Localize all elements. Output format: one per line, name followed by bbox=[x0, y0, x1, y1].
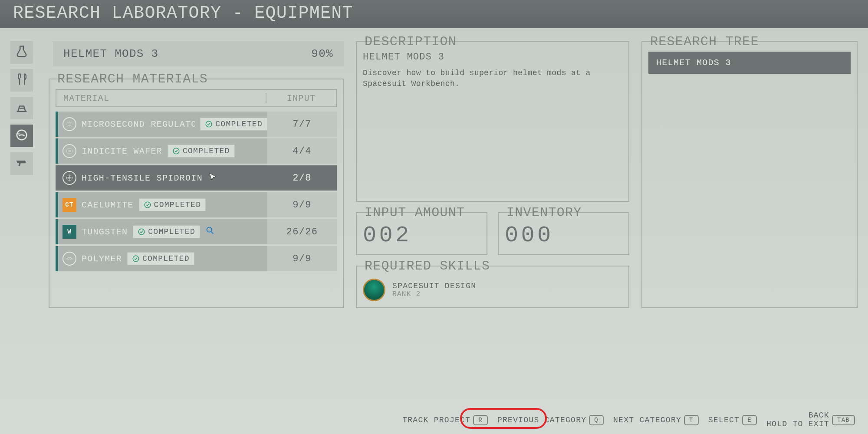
category-outpost-button[interactable] bbox=[10, 97, 33, 119]
input-amount-panel: INPUT AMOUNT 002 bbox=[356, 212, 487, 255]
material-row-selected[interactable]: HIGH-TENSILE SPIDROIN 2/8 bbox=[56, 165, 337, 191]
material-row[interactable]: POLYMER COMPLETED 9/9 bbox=[56, 246, 337, 271]
spacesuit-design-skill-icon bbox=[363, 279, 385, 301]
project-progress: 90% bbox=[311, 47, 333, 60]
completed-badge: COMPLETED bbox=[127, 252, 194, 265]
material-name: CAELUMITE bbox=[82, 200, 134, 210]
materials-col-input: INPUT bbox=[266, 93, 336, 103]
regulator-icon bbox=[62, 117, 76, 131]
materials-legend: RESEARCH MATERIALS bbox=[54, 72, 211, 86]
research-tree-item[interactable]: HELMET MODS 3 bbox=[648, 52, 851, 74]
flask-icon bbox=[15, 45, 28, 60]
category-food-button[interactable] bbox=[10, 69, 33, 92]
description-title: HELMET MODS 3 bbox=[363, 52, 622, 62]
material-row[interactable]: CT CAELUMITE COMPLETED 9/9 bbox=[56, 192, 337, 217]
material-name: HIGH-TENSILE SPIDROIN bbox=[82, 173, 203, 183]
svg-point-4 bbox=[173, 148, 179, 154]
description-legend: DESCRIPTION bbox=[361, 34, 460, 49]
inventory-legend: INVENTORY bbox=[503, 205, 585, 220]
material-input: 9/9 bbox=[267, 246, 337, 271]
category-equipment-button[interactable] bbox=[10, 125, 33, 147]
project-header[interactable]: HELMET MODS 3 90% bbox=[53, 41, 344, 66]
select-button[interactable]: SELECTE bbox=[708, 415, 757, 425]
key-q: Q bbox=[589, 415, 604, 425]
key-e: E bbox=[742, 415, 757, 425]
polymer-icon bbox=[62, 252, 76, 266]
skills-panel: REQUIRED SKILLS SPACESUIT DESIGN RANK 2 bbox=[356, 266, 629, 308]
category-weaponry-button[interactable] bbox=[10, 152, 33, 175]
svg-point-8 bbox=[139, 229, 145, 235]
material-input: 2/8 bbox=[267, 165, 337, 191]
helmet-icon bbox=[15, 128, 28, 144]
input-amount-value: 002 bbox=[363, 223, 480, 248]
next-category-button[interactable]: NEXT CATEGORYT bbox=[613, 415, 699, 425]
materials-panel: RESEARCH MATERIALS MATERIAL INPUT MICROS… bbox=[49, 79, 344, 308]
material-name: MICROSECOND REGULATOR bbox=[82, 119, 195, 129]
tag-icon[interactable] bbox=[205, 226, 215, 238]
completed-badge: COMPLETED bbox=[133, 225, 200, 238]
description-panel: DESCRIPTION HELMET MODS 3 Discover how t… bbox=[356, 41, 629, 202]
svg-point-1 bbox=[68, 122, 71, 126]
page-title: RESEARCH LABORATORY - EQUIPMENT bbox=[0, 0, 868, 28]
key-tab: TAB bbox=[832, 415, 855, 425]
previous-category-button[interactable]: PREVIOUS CATEGORYQ bbox=[497, 415, 604, 425]
material-row[interactable]: W TUNGSTEN COMPLETED 26/26 bbox=[56, 219, 337, 244]
footer-hints: TRACK PROJECTR PREVIOUS CATEGORYQ NEXT C… bbox=[402, 411, 855, 429]
svg-point-9 bbox=[207, 227, 212, 232]
material-name: INDICITE WAFER bbox=[82, 146, 162, 156]
research-tree-legend: RESEARCH TREE bbox=[647, 34, 763, 49]
category-sidebar bbox=[10, 41, 36, 308]
skill-rank: RANK 2 bbox=[392, 290, 476, 298]
material-row[interactable]: MICROSECOND REGULATOR COMPLETED 7/7 bbox=[56, 112, 337, 137]
input-amount-legend: INPUT AMOUNT bbox=[361, 205, 468, 220]
material-input: 4/4 bbox=[267, 138, 337, 164]
caelumite-icon: CT bbox=[62, 198, 76, 212]
completed-badge: COMPLETED bbox=[139, 198, 206, 211]
svg-point-2 bbox=[206, 121, 212, 127]
material-input: 7/7 bbox=[267, 112, 337, 137]
category-pharmacology-button[interactable] bbox=[10, 41, 33, 64]
key-t: T bbox=[684, 415, 699, 425]
materials-col-material: MATERIAL bbox=[56, 93, 266, 103]
cursor-icon bbox=[208, 172, 217, 184]
research-tree-panel: RESEARCH TREE HELMET MODS 3 bbox=[641, 41, 858, 308]
svg-point-10 bbox=[67, 257, 72, 260]
project-name: HELMET MODS 3 bbox=[63, 47, 158, 60]
completed-badge: COMPLETED bbox=[168, 145, 235, 158]
svg-point-7 bbox=[145, 202, 151, 208]
skills-legend: REQUIRED SKILLS bbox=[361, 259, 493, 273]
outpost-icon bbox=[15, 101, 28, 116]
description-body: Discover how to build superior helmet mo… bbox=[363, 68, 622, 89]
material-row[interactable]: INDICITE WAFER COMPLETED 4/4 bbox=[56, 138, 337, 164]
track-project-button[interactable]: TRACK PROJECTR bbox=[402, 415, 488, 425]
skill-name: SPACESUIT DESIGN bbox=[392, 282, 476, 290]
material-input: 26/26 bbox=[267, 219, 337, 244]
inventory-value: 000 bbox=[505, 223, 622, 248]
materials-header-row: MATERIAL INPUT bbox=[56, 89, 337, 107]
back-exit-button[interactable]: BACK HOLD TO EXIT TAB bbox=[766, 411, 855, 429]
svg-point-11 bbox=[133, 256, 139, 262]
utensils-icon bbox=[15, 73, 28, 88]
material-name: POLYMER bbox=[82, 254, 122, 264]
spidroin-icon bbox=[62, 171, 76, 185]
material-input: 9/9 bbox=[267, 192, 337, 217]
inventory-panel: INVENTORY 000 bbox=[498, 212, 629, 255]
key-r: R bbox=[473, 415, 488, 425]
material-name: TUNGSTEN bbox=[82, 227, 128, 237]
tungsten-icon: W bbox=[62, 225, 76, 239]
wafer-icon bbox=[62, 144, 76, 158]
gun-icon bbox=[15, 156, 28, 171]
completed-badge: COMPLETED bbox=[200, 118, 267, 131]
